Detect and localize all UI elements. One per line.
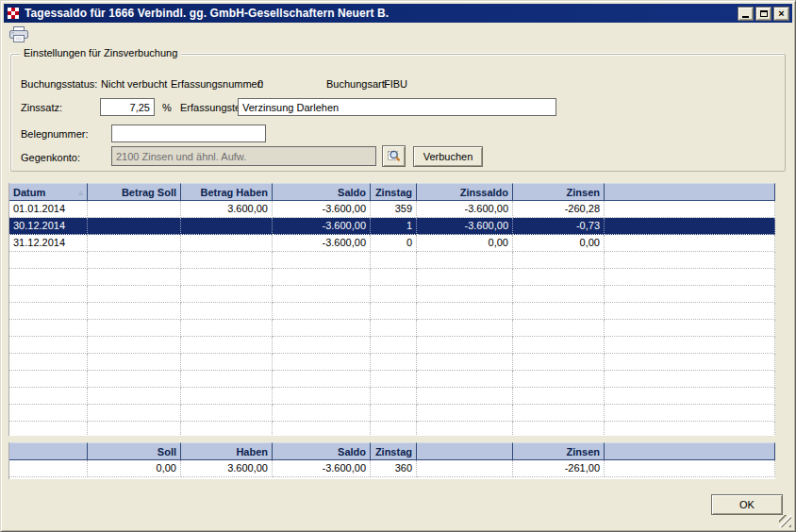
table-cell [9,286,88,303]
table-cell [273,337,371,354]
table-cell [273,269,371,286]
column-header-label: Saldo [338,443,366,459]
table-cell [371,269,417,286]
table-cell [9,388,88,405]
table-cell [605,371,775,388]
table-cell [9,337,88,354]
column-header-zinssaldo[interactable]: Zinssaldo [417,183,513,201]
table-cell [371,354,417,371]
table-row [9,422,775,436]
table-row-selected[interactable]: 30.12.2014-3.600,001-3.600,00-0,73 [9,218,775,235]
belegnummer-input[interactable] [111,125,266,142]
column-header-betrag-haben[interactable]: Betrag Haben [181,183,273,201]
resize-grip-icon[interactable] [779,515,791,527]
zinssatz-label: Zinssatz: [21,102,62,114]
table-cell [605,252,775,269]
table-cell: 31.12.2014 [9,235,88,252]
column-header-saldo[interactable]: Saldo [273,442,371,460]
gegenkonto-browse-button[interactable] [382,145,406,167]
dialog-window: Tagessaldo für 1666 Verbindl. gg. GmbH-G… [0,0,796,532]
column-header-label: Zinstag [375,443,412,459]
column-header-haben[interactable]: Haben [181,442,273,460]
table-row: 0,003.600,00-3.600,00360-261,00 [9,460,775,477]
column-header-zinstag[interactable]: Zinstag [371,183,417,201]
column-header-saldo[interactable]: Saldo [273,183,371,201]
table-row[interactable]: 31.12.2014-3.600,0000,000,00 [9,235,775,252]
table-header-row: SollHabenSaldoZinstagZinsen [9,442,775,460]
gegenkonto-label: Gegenkonto: [21,152,80,164]
app-icon [7,7,20,20]
column-header-betrag-soll[interactable]: Betrag Soll [88,183,181,201]
table-cell [605,422,775,436]
table-cell [181,405,273,422]
column-header-zinsen[interactable]: Zinsen [513,183,605,201]
table-cell [371,252,417,269]
table-cell: 3.600,00 [181,460,273,477]
erfassungsnummer-label: Erfassungsnummer: [171,78,263,91]
table-cell [273,320,371,337]
column-header-blank-7[interactable] [605,183,775,201]
table-cell [9,354,88,371]
erfassungstext-input[interactable] [238,98,556,116]
table-cell [273,388,371,405]
table-row [9,269,775,286]
table-cell [88,286,181,303]
table-cell [9,320,88,337]
table-cell [88,201,181,218]
table-cell [417,252,513,269]
table-cell [605,320,775,337]
table-row [9,286,775,303]
column-header-datum[interactable]: Datum▵ [9,183,88,201]
verbuchen-button[interactable]: Verbuchen [413,146,483,167]
table-cell: -3.600,00 [273,460,371,477]
table-cell: 01.01.2014 [9,201,88,218]
column-header-zinsen[interactable]: Zinsen [513,442,605,460]
table-cell [9,252,88,269]
percent-label: % [162,102,172,114]
table-cell [605,303,775,320]
maximize-button[interactable] [755,7,771,21]
column-header-blank-5[interactable] [417,442,513,460]
minimize-button[interactable] [738,7,754,21]
table-cell [371,388,417,405]
column-header-label: Saldo [338,184,366,200]
table-row [9,371,775,388]
column-header-soll[interactable]: Soll [88,442,181,460]
gegenkonto-input [111,146,376,166]
table-cell: 3.600,00 [181,201,273,218]
table-cell [88,405,181,422]
column-header-blank-7[interactable] [605,442,775,460]
close-button[interactable]: × [773,7,789,21]
column-header-label: Haben [236,443,268,459]
print-button[interactable] [7,26,31,45]
table-cell [513,354,605,371]
table-cell: 1 [371,218,417,235]
table-cell [88,337,181,354]
table-cell [9,303,88,320]
table-row[interactable]: 01.01.20143.600,00-3.600,00359-3.600,00-… [9,201,775,218]
column-header-blank-0[interactable] [9,442,88,460]
table-cell [371,286,417,303]
belegnummer-label: Belegnummer: [21,128,89,141]
table-cell: -3.600,00 [417,201,513,218]
sort-ascending-icon: ▵ [78,184,83,200]
ok-button[interactable]: OK [711,494,783,515]
table-cell [273,405,371,422]
table-cell: -3.600,00 [273,235,371,252]
table-cell: -261,00 [513,460,605,477]
summary-table: SollHabenSaldoZinstagZinsen0,003.600,00-… [8,442,775,479]
zinssatz-input[interactable] [100,98,155,116]
table-cell: -3.600,00 [417,218,513,235]
table-cell [181,422,273,436]
table-cell [513,320,605,337]
table-cell [273,354,371,371]
column-header-zinstag[interactable]: Zinstag [371,442,417,460]
table-header-row: Datum▵Betrag SollBetrag HabenSaldoZinsta… [9,183,775,201]
printer-icon [8,26,29,46]
table-cell [371,337,417,354]
table-cell [88,252,181,269]
buchungsstatus-value: Nicht verbucht [101,78,167,91]
table-cell [371,422,417,436]
buchungsstatus-label: Buchungsstatus: [21,78,97,91]
table-cell [371,303,417,320]
